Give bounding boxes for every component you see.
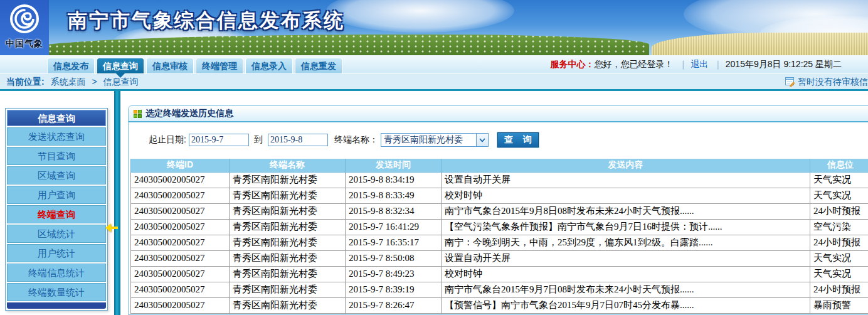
sidebar-divider xyxy=(114,91,120,315)
table-cell: 240305002005027 xyxy=(131,250,230,266)
nav-tab-info-audit[interactable]: 信息审核 xyxy=(146,58,194,73)
nav-tab-info-entry[interactable]: 信息录入 xyxy=(245,58,293,73)
panel-title: 选定终端发送历史信息 xyxy=(146,108,233,119)
session-info: 服务中心：您好，您已经登录！ ｜退出 ｜2015年9月8日 9:12:25 星期… xyxy=(551,59,842,70)
to-label: 到 xyxy=(254,134,263,146)
table-cell: 24小时预报 xyxy=(810,235,868,250)
sidebar-item-user-query[interactable]: 用户查询 xyxy=(7,186,106,204)
history-panel: 选定终端发送历史信息 起止日期: 到 终端名称： 青秀区南阳新光村委 查 询 终… xyxy=(128,105,868,315)
table-cell: 2015-9-7 8:49:23 xyxy=(346,266,442,282)
chevron-down-icon[interactable] xyxy=(476,134,488,146)
table-cell: 天气实况 xyxy=(810,266,868,282)
table-cell: 2015-9-7 8:39:19 xyxy=(346,282,442,297)
nav-tab-info-publish[interactable]: 信息发布 xyxy=(47,58,95,73)
table-cell: 2015-9-7 8:26:47 xyxy=(346,297,442,313)
table-cell: 2015-9-7 8:50:08 xyxy=(346,250,442,266)
sidebar-collapse-arrow-icon[interactable] xyxy=(105,223,119,232)
sidebar-item-program-query[interactable]: 节目查询 xyxy=(7,147,106,165)
table-cell: 【空气污染气象条件预报】南宁市气象台9月7日16时提供：预计...... xyxy=(442,219,810,235)
table-cell: 2015-9-7 16:35:17 xyxy=(346,235,442,250)
table-cell: 南宁市气象台2015年9月7日08时发布未来24小时天气预报...... xyxy=(442,282,810,297)
table-column-header: 发送时间 xyxy=(346,158,442,172)
table-cell: 青秀区南阳新光村委 xyxy=(230,282,346,297)
separator: ｜ xyxy=(679,59,687,69)
sidebar-menu: 信息查询 发送状态查询节目查询区域查询用户查询终端查询区域统计用户统计终端信息统… xyxy=(5,108,108,311)
pending-review-icon xyxy=(785,77,795,87)
wheat-field-decoration xyxy=(652,33,868,55)
table-cell: 青秀区南阳新光村委 xyxy=(230,172,346,188)
table-cell: 暴雨预警 xyxy=(810,297,868,313)
login-greeting: 您好，您已经登录！ xyxy=(595,59,674,69)
date-to-input[interactable] xyxy=(268,134,328,146)
table-cell: 240305002005027 xyxy=(131,297,230,313)
table-cell: 青秀区南阳新光村委 xyxy=(230,266,346,282)
table-cell: 青秀区南阳新光村委 xyxy=(230,188,346,203)
cma-logo-block: 中国气象 xyxy=(0,0,49,55)
table-column-header: 信息位 xyxy=(810,158,868,172)
table-cell: 天气实况 xyxy=(810,172,868,188)
table-row: 240305002005027青秀区南阳新光村委2015-9-8 8:33:49… xyxy=(131,188,868,203)
table-cell: 240305002005027 xyxy=(131,172,230,188)
table-cell: 24小时预报 xyxy=(810,203,868,219)
main-nav: 信息发布信息查询信息审核终端管理信息录入信息重发 xyxy=(47,58,342,73)
table-row: 240305002005027青秀区南阳新光村委2015-9-7 16:41:2… xyxy=(131,219,868,235)
table-cell: 天气实况 xyxy=(810,250,868,266)
cloud-decoration xyxy=(326,0,514,33)
table-cell: 南宁市气象台2015年9月8日08时发布未来24小时天气预报...... xyxy=(442,203,810,219)
breadcrumb-root[interactable]: 系统桌面 xyxy=(51,77,86,87)
datetime-display: 2015年9月8日 9:12:25 星期二 xyxy=(726,59,842,69)
table-cell: 空气污染 xyxy=(810,219,868,235)
table-cell: 240305002005027 xyxy=(131,235,230,250)
table-row: 240305002005027青秀区南阳新光村委2015-9-7 8:49:23… xyxy=(131,266,868,282)
service-center-label: 服务中心： xyxy=(551,59,595,69)
date-range-label: 起止日期: xyxy=(149,134,186,146)
table-row: 240305002005027青秀区南阳新光村委2015-9-7 8:50:08… xyxy=(131,250,868,266)
table-row: 240305002005027青秀区南阳新光村委2015-9-7 8:39:19… xyxy=(131,282,868,297)
table-cell: 青秀区南阳新光村委 xyxy=(230,219,346,235)
logout-link[interactable]: 退出 xyxy=(691,59,708,69)
terminal-select-value: 青秀区南阳新光村委 xyxy=(381,134,476,146)
table-cell: 240305002005027 xyxy=(131,188,230,203)
table-cell: 天气实况 xyxy=(810,188,868,203)
table-cell: 2015-9-8 8:33:49 xyxy=(346,188,442,203)
table-row: 240305002005027青秀区南阳新光村委2015-9-7 8:26:47… xyxy=(131,297,868,313)
panel-title-bar: 选定终端发送历史信息 xyxy=(129,106,868,122)
table-cell: 校对时钟 xyxy=(442,188,810,203)
table-cell: 240305002005027 xyxy=(131,219,230,235)
sidebar-item-user-stats[interactable]: 用户统计 xyxy=(7,244,106,262)
table-cell: 青秀区南阳新光村委 xyxy=(230,250,346,266)
table-cell: 设置自动开关屏 xyxy=(442,250,810,266)
nav-tab-info-query[interactable]: 信息查询 xyxy=(97,58,144,73)
query-button[interactable]: 查 询 xyxy=(497,132,539,147)
sidebar-item-area-query[interactable]: 区域查询 xyxy=(7,166,106,184)
terminal-select[interactable]: 青秀区南阳新光村委 xyxy=(381,133,489,147)
pending-review-notice: 暂时没有待审核信息 xyxy=(785,74,868,89)
sidebar-footer-bar xyxy=(7,302,106,309)
table-cell: 2015-9-7 16:41:29 xyxy=(346,219,442,235)
sidebar-item-terminal-query[interactable]: 终端查询 xyxy=(7,205,106,223)
table-cell: 【预警信号】南宁市气象台2015年9月7日07时45分发布暴...... xyxy=(442,297,810,313)
sidebar-item-terminal-count-stats[interactable]: 终端数量统计 xyxy=(7,283,106,301)
sidebar-header: 信息查询 xyxy=(7,110,106,126)
breadcrumb-arrow: > xyxy=(92,77,97,87)
table-cell: 青秀区南阳新光村委 xyxy=(230,203,346,219)
breadcrumb-bar: 当前位置: 系统桌面 > 信息查询 暂时没有待审核信息 xyxy=(0,74,868,89)
table-cell: 24小时预报 xyxy=(810,282,868,297)
date-from-input[interactable] xyxy=(189,134,249,146)
table-row: 240305002005027青秀区南阳新光村委2015-9-7 16:35:1… xyxy=(131,235,868,250)
breadcrumb-label: 当前位置: xyxy=(6,77,45,87)
sidebar-item-send-status-query[interactable]: 发送状态查询 xyxy=(7,127,106,146)
table-cell: 2015-9-8 8:32:34 xyxy=(346,203,442,219)
table-cell: 240305002005027 xyxy=(131,266,230,282)
table-row: 240305002005027青秀区南阳新光村委2015-9-8 8:32:34… xyxy=(131,203,868,219)
terminal-name-label: 终端名称： xyxy=(334,134,378,146)
sidebar-item-terminal-info-stats[interactable]: 终端信息统计 xyxy=(7,264,106,282)
table-header-row: 终端ID终端名称发送时间发送内容信息位 xyxy=(131,158,868,172)
pending-review-text: 暂时没有待审核信息 xyxy=(798,74,868,89)
nav-tab-terminal-mgmt[interactable]: 终端管理 xyxy=(196,58,243,73)
table-column-header: 终端ID xyxy=(131,158,230,172)
table-column-header: 终端名称 xyxy=(230,158,346,172)
nav-tab-info-resend[interactable]: 信息重发 xyxy=(295,58,342,73)
table-cell: 青秀区南阳新光村委 xyxy=(230,235,346,250)
sidebar-item-area-stats[interactable]: 区域统计 xyxy=(7,225,106,243)
